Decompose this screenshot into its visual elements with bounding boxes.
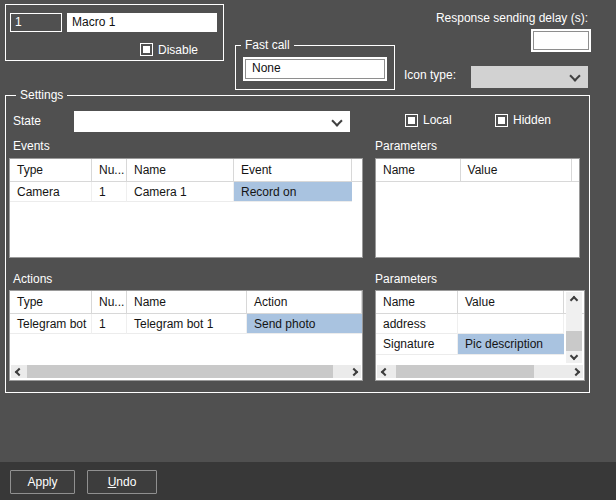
events-header-row: Type Nu... Name Event [10, 159, 362, 182]
table-cell[interactable]: Telegram bot 1 [127, 314, 247, 334]
undo-button-label-rest: ndo [116, 475, 136, 489]
vertical-scrollbar[interactable] [566, 292, 582, 363]
scroll-left-icon[interactable] [11, 365, 24, 378]
apply-button[interactable]: Apply [10, 470, 75, 494]
local-label: Local [423, 113, 452, 127]
actions-label: Actions [13, 272, 52, 286]
response-delay-input[interactable] [531, 29, 591, 52]
state-combobox[interactable] [74, 111, 350, 132]
column-header[interactable]: Action [247, 291, 362, 313]
column-header[interactable]: Type [10, 159, 92, 181]
state-label: State [13, 114, 41, 128]
column-header[interactable]: Name [127, 291, 247, 313]
fast-call-input[interactable]: None [243, 57, 387, 81]
scroll-right-icon[interactable] [348, 365, 361, 378]
column-header[interactable]: Name [376, 291, 458, 313]
disable-checkbox[interactable] [140, 43, 153, 56]
column-header[interactable]: Event [234, 159, 352, 181]
table-cell[interactable]: 1 [92, 182, 127, 202]
icon-type-label: Icon type: [404, 68, 456, 82]
actions-header-row: Type Nu... Name Action [10, 291, 362, 314]
undo-button-mnemonic: U [108, 475, 117, 489]
chevron-down-icon [331, 115, 342, 126]
scroll-up-icon[interactable] [567, 292, 580, 305]
scroll-thumb[interactable] [396, 365, 534, 378]
table-row: address [376, 314, 584, 334]
hidden-label: Hidden [513, 113, 551, 127]
response-delay-label: Response sending delay (s): [400, 11, 588, 25]
events-label: Events [13, 139, 50, 153]
column-header[interactable]: Value [461, 159, 572, 181]
events-table: Type Nu... Name Event Camera 1 Camera 1 … [9, 158, 363, 258]
column-header-filler [572, 159, 579, 181]
icon-type-dropdown[interactable] [471, 66, 588, 88]
scroll-thumb[interactable] [27, 365, 333, 378]
actions-table: Type Nu... Name Action Telegram bot 1 Te… [9, 290, 363, 381]
scroll-down-icon[interactable] [567, 350, 580, 363]
chevron-down-icon [569, 70, 580, 81]
table-row: Camera 1 Camera 1 Record on [10, 182, 362, 202]
table-cell[interactable]: 1 [92, 314, 127, 334]
undo-button[interactable]: Undo [87, 470, 157, 494]
macro-name-input[interactable]: Macro 1 [67, 13, 217, 32]
settings-title: Settings [16, 89, 67, 102]
fast-call-title: Fast call [241, 39, 294, 52]
horizontal-scrollbar[interactable] [11, 365, 361, 378]
table-row: Signature Pic description [376, 334, 584, 355]
hidden-checkbox[interactable] [495, 114, 508, 127]
selected-cell[interactable]: Send photo [247, 314, 362, 334]
table-cell[interactable]: Camera 1 [127, 182, 234, 202]
selected-cell[interactable]: Record on [234, 182, 352, 202]
macro-number-field[interactable]: 1 [10, 13, 62, 32]
column-header[interactable]: Name [376, 159, 461, 181]
event-parameters-table: Name Value [375, 158, 580, 258]
column-header[interactable]: Value [458, 291, 564, 313]
table-cell[interactable]: Camera [10, 182, 92, 202]
table-row: Telegram bot 1 Telegram bot 1 Send photo [10, 314, 362, 334]
table-cell[interactable] [458, 314, 564, 334]
macro-editor-panel: 1 Macro 1 Disable Fast call None Respons… [0, 0, 616, 500]
event-parameters-label: Parameters [375, 139, 437, 153]
column-header-filler [352, 159, 362, 181]
parameters-header-row: Name Value [376, 291, 584, 314]
table-cell[interactable]: Signature [376, 334, 458, 355]
column-header[interactable]: Type [10, 291, 92, 313]
scroll-right-icon[interactable] [570, 365, 583, 378]
table-cell[interactable]: Telegram bot [10, 314, 92, 334]
scroll-left-icon[interactable] [377, 365, 390, 378]
selected-cell[interactable]: Pic description [458, 334, 564, 355]
disable-label: Disable [158, 43, 198, 57]
action-parameters-table: Name Value address Signature Pic descrip… [375, 290, 585, 381]
column-header[interactable]: Name [127, 159, 234, 181]
local-checkbox[interactable] [405, 114, 418, 127]
column-header[interactable]: Nu... [92, 291, 127, 313]
action-parameters-label: Parameters [375, 272, 437, 286]
horizontal-scrollbar[interactable] [377, 365, 583, 378]
column-header[interactable]: Nu... [92, 159, 127, 181]
parameters-header-row: Name Value [376, 159, 579, 182]
table-cell[interactable]: address [376, 314, 458, 334]
scroll-thumb[interactable] [566, 331, 582, 351]
